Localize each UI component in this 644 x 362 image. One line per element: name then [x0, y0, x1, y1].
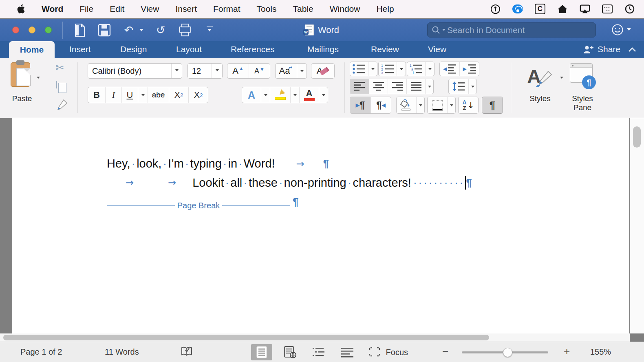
focus-button[interactable]: Focus [369, 347, 408, 357]
menubar-item-tools[interactable]: Tools [257, 4, 277, 14]
print-layout-view-button[interactable] [251, 344, 272, 360]
menubar-item-view[interactable]: View [141, 4, 159, 14]
menubar-item-edit[interactable]: Edit [110, 4, 124, 14]
horizontal-scrollbar-thumb[interactable] [3, 335, 489, 340]
justify-caret[interactable] [425, 79, 433, 94]
zoom-level[interactable]: 155% [590, 347, 611, 357]
redo-button[interactable]: ↺ [152, 22, 169, 38]
bullets-caret[interactable] [368, 62, 377, 76]
search-scope-caret[interactable] [442, 29, 446, 33]
outline-view-button[interactable] [308, 344, 329, 360]
menubar-item-file[interactable]: File [79, 4, 93, 14]
tab-insert[interactable]: Insert [69, 44, 91, 54]
clear-formatting-button[interactable]: A [311, 63, 335, 79]
tab-view[interactable]: View [428, 44, 446, 54]
tab-review[interactable]: Review [371, 44, 399, 54]
subscript-button[interactable]: X2 [169, 87, 188, 103]
change-case-caret[interactable] [297, 64, 307, 78]
paste-dropdown-caret[interactable] [37, 77, 40, 80]
minimize-window-button[interactable] [29, 26, 35, 33]
align-center-button[interactable] [369, 79, 388, 94]
menubar-item-window[interactable]: Window [330, 4, 360, 14]
zoom-out-button[interactable]: − [442, 345, 448, 358]
borders-button[interactable] [427, 97, 456, 114]
tab-design[interactable]: Design [120, 44, 147, 54]
show-formatting-marks-button[interactable]: ¶ [482, 97, 503, 114]
c-app-icon[interactable]: C [535, 4, 545, 14]
document-search[interactable] [427, 22, 596, 38]
menubar-item-table[interactable]: Table [293, 4, 313, 14]
page-count[interactable]: Page 1 of 2 [20, 347, 62, 357]
bullets-button[interactable] [350, 62, 377, 76]
decrease-indent-button[interactable]: ◀ [440, 62, 459, 76]
increase-indent-button[interactable]: ▶ [459, 62, 479, 76]
password-manager-icon[interactable] [490, 4, 501, 14]
change-case-button[interactable]: Aa [275, 63, 307, 79]
airplay-icon[interactable] [580, 4, 590, 14]
numbering-caret[interactable] [397, 62, 406, 76]
styles-pane-button[interactable]: ¶ [569, 62, 596, 89]
vertical-scrollbar-thumb[interactable] [633, 126, 641, 148]
font-size-combobox[interactable]: 12 [187, 63, 223, 79]
apple-menu-icon[interactable] [16, 4, 26, 14]
styles-caret[interactable] [560, 77, 563, 80]
line-spacing-button[interactable] [448, 79, 477, 94]
zoom-in-button[interactable]: + [564, 345, 570, 358]
print-button[interactable] [177, 22, 193, 38]
font-color-button[interactable]: A [299, 87, 319, 103]
tab-layout[interactable]: Layout [176, 44, 202, 54]
word-count[interactable]: 11 Words [105, 347, 139, 357]
text-effects-caret[interactable] [261, 87, 270, 103]
tab-references[interactable]: References [231, 44, 274, 54]
text-effects-button[interactable]: A [242, 87, 261, 103]
zoom-window-button[interactable] [45, 26, 52, 33]
styles-button[interactable]: A [523, 62, 558, 91]
sort-button[interactable]: AZ ↓ [458, 97, 479, 114]
ltr-paragraph-button[interactable]: ▶¶ [350, 97, 371, 113]
shading-caret[interactable] [416, 97, 424, 113]
align-left-button[interactable] [350, 79, 369, 94]
cut-button[interactable]: ✂ [55, 62, 64, 74]
format-painter-button[interactable] [55, 99, 68, 114]
underline-button[interactable]: U [121, 87, 138, 103]
superscript-button[interactable]: X2 [188, 87, 208, 103]
menubar-item-format[interactable]: Format [213, 4, 240, 14]
zoom-slider-thumb[interactable] [503, 348, 512, 357]
horizontal-scrollbar[interactable] [0, 333, 630, 342]
save-button[interactable] [96, 22, 112, 38]
draft-view-button[interactable] [337, 344, 358, 360]
hotspot-icon[interactable] [512, 4, 523, 14]
font-color-caret[interactable] [319, 87, 328, 103]
font-name-combobox[interactable]: Calibri (Body) [88, 63, 182, 79]
borders-caret[interactable] [447, 97, 455, 113]
tab-mailings[interactable]: Mailings [307, 44, 339, 54]
keyboard-viewer-icon[interactable] [602, 4, 613, 14]
shrink-font-button[interactable]: A▼ [249, 64, 270, 78]
multilevel-list-button[interactable]: 1ai [407, 62, 434, 76]
tab-home[interactable]: Home [9, 41, 55, 58]
font-size-caret[interactable] [212, 64, 222, 78]
vertical-scrollbar[interactable] [630, 118, 644, 333]
feedback-control[interactable] [611, 24, 631, 36]
new-document-button[interactable] [72, 22, 88, 38]
italic-button[interactable]: I [105, 87, 121, 103]
customize-toolbar-button[interactable] [201, 22, 218, 38]
rtl-paragraph-button[interactable]: ¶◀ [371, 97, 391, 113]
highlight-button[interactable] [270, 87, 290, 103]
justify-button[interactable] [406, 79, 425, 94]
close-window-button[interactable] [12, 26, 19, 33]
undo-dropdown-caret[interactable] [139, 29, 143, 33]
undo-button[interactable]: ↶ [121, 22, 137, 38]
menubar-item-help[interactable]: Help [376, 4, 394, 14]
home-icon[interactable] [557, 4, 568, 14]
shading-button[interactable] [396, 97, 425, 114]
search-input[interactable] [447, 25, 591, 35]
document-page[interactable]: Hey,·look,·I’m·typing·in·Word! → ¶ → → L… [12, 118, 629, 333]
grow-font-button[interactable]: A▲ [227, 64, 249, 78]
font-name-caret[interactable] [171, 64, 182, 78]
copy-button[interactable] [56, 81, 57, 88]
menubar-item-insert[interactable]: Insert [175, 4, 197, 14]
collapse-ribbon-button[interactable] [628, 47, 637, 54]
spellcheck-status-button[interactable] [181, 346, 194, 360]
strikethrough-button[interactable]: abe [148, 87, 169, 103]
